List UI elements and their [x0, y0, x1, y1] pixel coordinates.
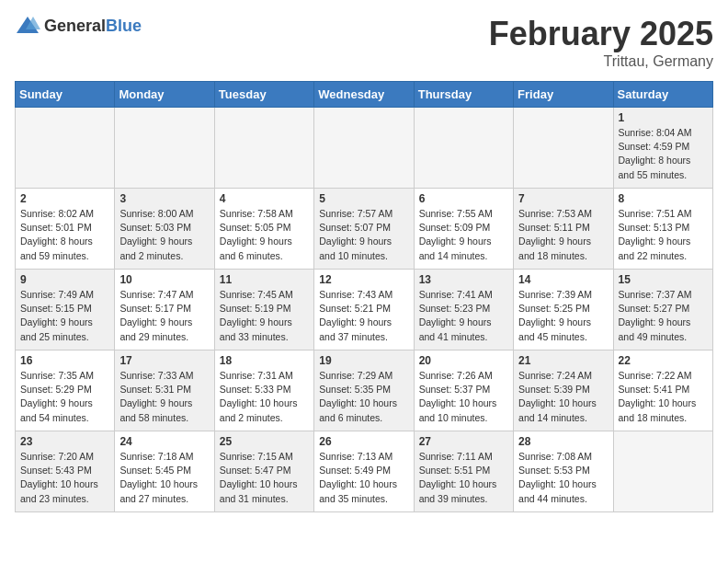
calendar-cell: 19Sunrise: 7:29 AM Sunset: 5:35 PM Dayli…	[314, 350, 414, 431]
calendar-cell: 12Sunrise: 7:43 AM Sunset: 5:21 PM Dayli…	[314, 270, 414, 350]
weekday-header: Thursday	[414, 82, 513, 108]
calendar-cell: 18Sunrise: 7:31 AM Sunset: 5:33 PM Dayli…	[214, 350, 313, 431]
day-info: Sunrise: 7:22 AM Sunset: 5:41 PM Dayligh…	[619, 369, 708, 425]
calendar-cell: 7Sunrise: 7:53 AM Sunset: 5:11 PM Daylig…	[514, 189, 613, 270]
calendar-week-row: 1Sunrise: 8:04 AM Sunset: 4:59 PM Daylig…	[16, 108, 713, 189]
location-title: Trittau, Germany	[489, 53, 713, 70]
day-info: Sunrise: 7:45 AM Sunset: 5:19 PM Dayligh…	[220, 288, 309, 344]
day-number: 10	[119, 273, 209, 286]
day-number: 27	[419, 435, 508, 448]
day-info: Sunrise: 8:02 AM Sunset: 5:01 PM Dayligh…	[20, 207, 109, 263]
weekday-header: Wednesday	[314, 82, 414, 108]
day-info: Sunrise: 8:00 AM Sunset: 5:03 PM Dayligh…	[119, 207, 209, 263]
calendar-week-row: 16Sunrise: 7:35 AM Sunset: 5:29 PM Dayli…	[16, 350, 713, 431]
day-number: 5	[319, 192, 408, 205]
day-number: 12	[319, 273, 408, 286]
logo-icon	[15, 15, 40, 37]
calendar-cell: 10Sunrise: 7:47 AM Sunset: 5:17 PM Dayli…	[115, 270, 214, 350]
calendar-cell: 4Sunrise: 7:58 AM Sunset: 5:05 PM Daylig…	[214, 189, 313, 270]
calendar-cell: 16Sunrise: 7:35 AM Sunset: 5:29 PM Dayli…	[16, 350, 115, 431]
day-number: 11	[220, 273, 309, 286]
day-info: Sunrise: 7:37 AM Sunset: 5:27 PM Dayligh…	[619, 288, 708, 344]
logo: GeneralBlue	[15, 15, 142, 37]
calendar-week-row: 9Sunrise: 7:49 AM Sunset: 5:15 PM Daylig…	[16, 270, 713, 350]
day-info: Sunrise: 7:47 AM Sunset: 5:17 PM Dayligh…	[119, 288, 209, 344]
day-info: Sunrise: 7:24 AM Sunset: 5:39 PM Dayligh…	[518, 369, 608, 425]
day-info: Sunrise: 7:43 AM Sunset: 5:21 PM Dayligh…	[319, 288, 408, 344]
calendar-cell: 23Sunrise: 7:20 AM Sunset: 5:43 PM Dayli…	[16, 431, 115, 512]
calendar-cell	[214, 108, 313, 189]
logo-text-general: General	[44, 17, 106, 35]
calendar-cell	[314, 108, 414, 189]
day-info: Sunrise: 7:49 AM Sunset: 5:15 PM Dayligh…	[20, 288, 109, 344]
day-number: 19	[319, 354, 408, 367]
calendar-week-row: 2Sunrise: 8:02 AM Sunset: 5:01 PM Daylig…	[16, 189, 713, 270]
calendar-cell: 15Sunrise: 7:37 AM Sunset: 5:27 PM Dayli…	[613, 270, 712, 350]
month-title: February 2025	[489, 15, 713, 53]
day-number: 8	[619, 192, 708, 205]
day-number: 2	[20, 192, 109, 205]
weekday-header: Monday	[115, 82, 214, 108]
calendar-cell: 26Sunrise: 7:13 AM Sunset: 5:49 PM Dayli…	[314, 431, 414, 512]
weekday-header: Sunday	[16, 82, 115, 108]
day-number: 7	[518, 192, 608, 205]
calendar-cell	[16, 108, 115, 189]
weekday-header: Tuesday	[214, 82, 313, 108]
day-number: 21	[518, 354, 608, 367]
day-info: Sunrise: 7:26 AM Sunset: 5:37 PM Dayligh…	[419, 369, 508, 425]
calendar-cell: 17Sunrise: 7:33 AM Sunset: 5:31 PM Dayli…	[115, 350, 214, 431]
day-info: Sunrise: 7:55 AM Sunset: 5:09 PM Dayligh…	[419, 207, 508, 263]
calendar-cell: 8Sunrise: 7:51 AM Sunset: 5:13 PM Daylig…	[613, 189, 712, 270]
day-number: 1	[619, 111, 708, 124]
calendar-cell: 5Sunrise: 7:57 AM Sunset: 5:07 PM Daylig…	[314, 189, 414, 270]
weekday-header: Friday	[514, 82, 613, 108]
day-info: Sunrise: 7:18 AM Sunset: 5:45 PM Dayligh…	[119, 450, 209, 506]
day-number: 18	[220, 354, 309, 367]
calendar-table: SundayMondayTuesdayWednesdayThursdayFrid…	[15, 81, 713, 512]
day-number: 20	[419, 354, 508, 367]
day-number: 14	[518, 273, 608, 286]
day-number: 6	[419, 192, 508, 205]
day-number: 24	[119, 435, 209, 448]
day-number: 17	[119, 354, 209, 367]
calendar-cell: 22Sunrise: 7:22 AM Sunset: 5:41 PM Dayli…	[613, 350, 712, 431]
day-number: 13	[419, 273, 508, 286]
day-info: Sunrise: 7:11 AM Sunset: 5:51 PM Dayligh…	[419, 450, 508, 506]
calendar-cell: 28Sunrise: 7:08 AM Sunset: 5:53 PM Dayli…	[514, 431, 613, 512]
day-info: Sunrise: 7:33 AM Sunset: 5:31 PM Dayligh…	[119, 369, 209, 425]
calendar-cell: 13Sunrise: 7:41 AM Sunset: 5:23 PM Dayli…	[414, 270, 513, 350]
day-info: Sunrise: 7:20 AM Sunset: 5:43 PM Dayligh…	[20, 450, 109, 506]
day-number: 9	[20, 273, 109, 286]
day-info: Sunrise: 7:29 AM Sunset: 5:35 PM Dayligh…	[319, 369, 408, 425]
day-info: Sunrise: 7:35 AM Sunset: 5:29 PM Dayligh…	[20, 369, 109, 425]
day-number: 28	[518, 435, 608, 448]
day-number: 16	[20, 354, 109, 367]
logo-text-blue: Blue	[106, 17, 142, 35]
calendar-cell: 2Sunrise: 8:02 AM Sunset: 5:01 PM Daylig…	[16, 189, 115, 270]
calendar-cell: 24Sunrise: 7:18 AM Sunset: 5:45 PM Dayli…	[115, 431, 214, 512]
calendar-cell: 14Sunrise: 7:39 AM Sunset: 5:25 PM Dayli…	[514, 270, 613, 350]
day-info: Sunrise: 7:15 AM Sunset: 5:47 PM Dayligh…	[220, 450, 309, 506]
calendar-cell: 20Sunrise: 7:26 AM Sunset: 5:37 PM Dayli…	[414, 350, 513, 431]
day-number: 15	[619, 273, 708, 286]
day-info: Sunrise: 7:53 AM Sunset: 5:11 PM Dayligh…	[518, 207, 608, 263]
calendar-cell	[414, 108, 513, 189]
day-info: Sunrise: 7:39 AM Sunset: 5:25 PM Dayligh…	[518, 288, 608, 344]
calendar-cell: 1Sunrise: 8:04 AM Sunset: 4:59 PM Daylig…	[613, 108, 712, 189]
calendar-cell: 25Sunrise: 7:15 AM Sunset: 5:47 PM Dayli…	[214, 431, 313, 512]
calendar-cell: 11Sunrise: 7:45 AM Sunset: 5:19 PM Dayli…	[214, 270, 313, 350]
calendar-week-row: 23Sunrise: 7:20 AM Sunset: 5:43 PM Dayli…	[16, 431, 713, 512]
day-info: Sunrise: 7:08 AM Sunset: 5:53 PM Dayligh…	[518, 450, 608, 506]
day-number: 25	[220, 435, 309, 448]
day-info: Sunrise: 7:13 AM Sunset: 5:49 PM Dayligh…	[319, 450, 408, 506]
day-number: 22	[619, 354, 708, 367]
day-info: Sunrise: 7:31 AM Sunset: 5:33 PM Dayligh…	[220, 369, 309, 425]
day-number: 23	[20, 435, 109, 448]
day-number: 4	[220, 192, 309, 205]
day-info: Sunrise: 7:58 AM Sunset: 5:05 PM Dayligh…	[220, 207, 309, 263]
calendar-header-row: SundayMondayTuesdayWednesdayThursdayFrid…	[16, 82, 713, 108]
calendar-cell	[115, 108, 214, 189]
title-area: February 2025 Trittau, Germany	[489, 15, 713, 70]
calendar-cell	[514, 108, 613, 189]
day-info: Sunrise: 7:57 AM Sunset: 5:07 PM Dayligh…	[319, 207, 408, 263]
